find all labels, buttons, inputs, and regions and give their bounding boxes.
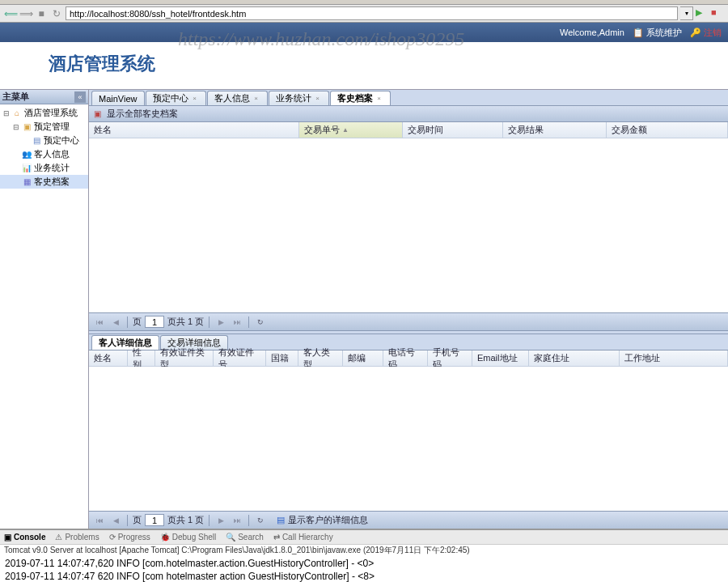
ide-tab-search[interactable]: 🔍 Search xyxy=(226,533,264,542)
sort-asc-icon: ▲ xyxy=(342,126,349,134)
document-icon: ▦ xyxy=(21,177,32,187)
page-input[interactable] xyxy=(145,514,164,526)
refresh-button[interactable]: ↻ xyxy=(254,316,267,329)
url-dropdown-button[interactable]: ▾ xyxy=(680,6,693,20)
last-page-button[interactable]: ⏭ xyxy=(231,316,243,329)
next-page-button[interactable]: ▶ xyxy=(214,514,227,527)
address-bar: ⟸ ⟹ ■ ↻ ▾ ▶ ■ xyxy=(0,5,728,23)
prev-page-button[interactable]: ◀ xyxy=(109,316,122,329)
tree-node-guest-info[interactable]: 👥 客人信息 xyxy=(0,147,88,161)
tab-close-button[interactable]: × xyxy=(191,95,199,103)
show-all-button[interactable]: 显示全部客史档案 xyxy=(107,108,178,120)
app-header: Welcome,Admin 📋 系统维护 🔑 注销 xyxy=(0,23,728,42)
page-input[interactable] xyxy=(145,316,164,328)
log-line: 2019-07-11 14:07:47,620 INFO [com.hotelm… xyxy=(5,558,723,571)
ide-tab-call-hierarchy[interactable]: ⇄ Call Hierarchy xyxy=(273,533,333,542)
col-id-type[interactable]: 有效证件类型 xyxy=(155,350,214,366)
col-id-no[interactable]: 有效证件号 xyxy=(214,350,266,366)
col-phone[interactable]: 电话号码 xyxy=(383,350,428,366)
col-name[interactable]: 姓名 xyxy=(89,350,128,366)
page-label: 页 xyxy=(133,514,142,526)
grid-body[interactable] xyxy=(89,138,728,312)
last-page-button[interactable]: ⏭ xyxy=(231,514,243,527)
tree-node-biz-stats[interactable]: 📊 业务统计 xyxy=(0,161,88,175)
nav-forward-button[interactable]: ⟹ xyxy=(19,7,32,20)
tree-label: 预定中心 xyxy=(44,134,79,147)
col-zip[interactable]: 邮编 xyxy=(343,350,383,366)
tree-node-booking-center[interactable]: ▤ 预定中心 xyxy=(0,134,88,147)
detail-section: 客人详细信息 交易详细信息 姓名 性别 有效证件类型 有效证件号 国籍 客人类型… xyxy=(89,334,728,529)
content-area: MainView 预定中心× 客人信息× 业务统计× 客史档案× ▣ 显示全部客… xyxy=(89,90,728,529)
nav-tree: ⊟ ⌂ 酒店管理系统 ⊟ ▣ 预定管理 ▤ 预定中心 👥 客人信息 xyxy=(0,104,88,190)
col-name[interactable]: 姓名 xyxy=(89,122,299,138)
tab-close-button[interactable]: × xyxy=(252,95,260,103)
page-icon: ▤ xyxy=(31,136,42,146)
col-guest-type[interactable]: 客人类型 xyxy=(298,350,343,366)
tree-label: 业务统计 xyxy=(34,162,70,174)
refresh-button[interactable]: ↻ xyxy=(254,514,267,527)
col-amount[interactable]: 交易金额 xyxy=(607,122,728,138)
grid-header: 姓名 交易单号▲ 交易时间 交易结果 交易金额 xyxy=(89,122,728,138)
col-home-addr[interactable]: 家庭住址 xyxy=(529,350,620,366)
col-mobile[interactable]: 手机号码 xyxy=(428,350,472,366)
people-icon: 👥 xyxy=(21,150,32,159)
sidebar-collapse-button[interactable]: « xyxy=(74,91,86,103)
nav-back-button[interactable]: ⟸ xyxy=(4,7,17,20)
col-email[interactable]: Email地址 xyxy=(472,350,529,366)
history-grid: 姓名 交易单号▲ 交易时间 交易结果 交易金额 ⏮ ◀ 页 页共 1 页 ▶ ⏭… xyxy=(89,122,728,330)
stop-icon[interactable]: ■ xyxy=(711,7,724,20)
page-total: 页共 1 页 xyxy=(167,514,204,526)
show-all-icon: ▣ xyxy=(94,109,104,119)
first-page-button[interactable]: ⏮ xyxy=(93,316,106,329)
detail-grid-body[interactable] xyxy=(89,367,728,511)
tree-node-root[interactable]: ⊟ ⌂ 酒店管理系统 xyxy=(0,106,88,120)
col-order-no[interactable]: 交易单号▲ xyxy=(299,122,403,138)
tree-label: 预定管理 xyxy=(34,121,70,133)
log-line: 2019-07-11 14:07:47 620 INFO [com hotelm… xyxy=(5,571,723,582)
tree-toggle-icon[interactable]: ⊟ xyxy=(2,109,11,117)
col-work-addr[interactable]: 工作地址 xyxy=(620,350,728,366)
logout-link[interactable]: 🔑 注销 xyxy=(690,27,722,39)
tab-strip: MainView 预定中心× 客人信息× 业务统计× 客史档案× xyxy=(89,90,728,106)
show-detail-button[interactable]: ▤ 显示客户的详细信息 xyxy=(277,514,368,526)
page-total: 页共 1 页 xyxy=(167,316,204,328)
next-page-button[interactable]: ▶ xyxy=(214,316,227,329)
prev-page-button[interactable]: ◀ xyxy=(109,514,122,527)
nav-stop-button[interactable]: ■ xyxy=(35,7,48,20)
ide-tab-debug-shell[interactable]: 🐞 Debug Shell xyxy=(160,533,216,542)
tab-guest-history[interactable]: 客史档案× xyxy=(330,91,391,105)
grid-toolbar: ▣ 显示全部客史档案 xyxy=(89,106,728,122)
tree-label: 客史档案 xyxy=(34,176,70,188)
tab-close-button[interactable]: × xyxy=(375,95,383,103)
url-input[interactable] xyxy=(66,6,678,20)
ide-tab-console[interactable]: ▣ Console xyxy=(4,533,45,542)
tree-label: 酒店管理系统 xyxy=(24,107,78,119)
home-icon: ⌂ xyxy=(11,108,23,118)
sidebar-title: 主菜单 xyxy=(2,91,29,103)
tree-toggle-icon[interactable]: ⊟ xyxy=(11,123,21,131)
sys-maint-link[interactable]: 📋 系统维护 xyxy=(633,27,682,39)
tab-booking-center[interactable]: 预定中心× xyxy=(146,91,206,105)
col-time[interactable]: 交易时间 xyxy=(403,122,503,138)
detail-grid: 姓名 性别 有效证件类型 有效证件号 国籍 客人类型 邮编 电话号码 手机号码 … xyxy=(89,350,728,529)
tab-close-button[interactable]: × xyxy=(314,95,322,103)
col-result[interactable]: 交易结果 xyxy=(503,122,607,138)
first-page-button[interactable]: ⏮ xyxy=(93,514,106,527)
ide-tab-progress[interactable]: ⟳ Progress xyxy=(109,533,150,542)
nav-refresh-button[interactable]: ↻ xyxy=(50,7,63,20)
tab-biz-stats[interactable]: 业务统计× xyxy=(269,91,329,105)
col-gender[interactable]: 性别 xyxy=(128,350,155,366)
tab-mainview[interactable]: MainView xyxy=(91,91,145,105)
ide-tab-problems[interactable]: ⚠ Problems xyxy=(55,533,99,542)
go-icon[interactable]: ▶ xyxy=(696,7,709,20)
ide-console-output[interactable]: 2019-07-11 14:07:47,620 INFO [com.hotelm… xyxy=(0,556,728,582)
tree-node-booking[interactable]: ⊟ ▣ 预定管理 xyxy=(0,120,88,134)
page-label: 页 xyxy=(133,316,142,328)
tab-guest-info[interactable]: 客人信息× xyxy=(207,91,268,105)
app-title-area: 酒店管理系统 xyxy=(0,42,728,89)
detail-icon: ▤ xyxy=(277,515,285,525)
tree-node-guest-history[interactable]: ▦ 客史档案 xyxy=(0,175,88,189)
detail-grid-header: 姓名 性别 有效证件类型 有效证件号 国籍 客人类型 邮编 电话号码 手机号码 … xyxy=(89,350,728,367)
welcome-text: Welcome,Admin xyxy=(560,28,624,37)
col-nationality[interactable]: 国籍 xyxy=(266,350,298,366)
